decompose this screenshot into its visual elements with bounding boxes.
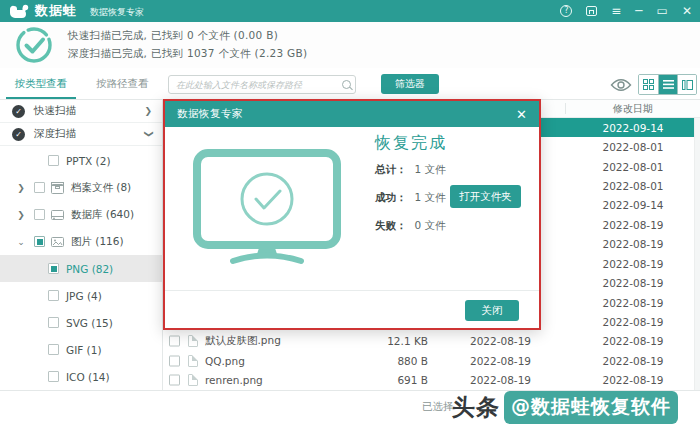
row-checkbox[interactable] — [169, 355, 180, 366]
table-row[interactable]: QQ.png880 B2022-08-192022-08-19 — [163, 351, 700, 370]
stat-value: 1 文件 — [415, 163, 446, 175]
file-date-modified: 2022-08-19 — [593, 355, 673, 367]
file-date-modified: 2022-08-19 — [593, 297, 673, 309]
watermark: 头条 @数据蛙恢复软件 — [452, 391, 678, 424]
stat-label: 成功： — [375, 191, 407, 203]
file-size: 880 B — [303, 355, 428, 367]
file-size: 691 B — [303, 374, 428, 386]
monitor-check-icon — [191, 147, 343, 271]
detail-view-icon[interactable] — [677, 75, 696, 94]
checkbox-empty[interactable] — [34, 209, 45, 220]
file-icon — [188, 335, 198, 347]
file-date-modified: 2022-08-19 — [593, 335, 673, 347]
checkbox-empty[interactable] — [34, 182, 45, 193]
stat-label: 总计： — [375, 163, 407, 175]
chevron-right-icon[interactable]: ❯ — [16, 210, 26, 220]
tree-item-label: GIF (1) — [66, 344, 101, 356]
close-window-icon[interactable]: ✕ — [682, 5, 692, 17]
scan-label: 深度扫描 — [34, 127, 76, 141]
search-input[interactable] — [176, 80, 342, 90]
list-view-icon[interactable] — [658, 75, 677, 94]
archive-icon — [51, 182, 64, 194]
checkbox-empty[interactable] — [48, 344, 59, 355]
dialog-close-button[interactable]: 关闭 — [465, 300, 519, 321]
chevron-down-icon[interactable]: ⌄ — [16, 237, 26, 247]
check-circle-icon: ✓ — [12, 128, 25, 141]
dialog-divider — [165, 290, 539, 291]
checkbox-empty[interactable] — [48, 290, 59, 301]
tree-item-label: PNG (82) — [66, 263, 113, 275]
feedback-icon[interactable] — [586, 6, 597, 16]
help-icon[interactable]: ? — [560, 5, 572, 17]
table-row[interactable]: renren.png691 B2022-08-192022-08-19 — [163, 370, 700, 389]
search-icon[interactable] — [342, 80, 351, 89]
stat-fail: 失败：0 文件 — [375, 219, 446, 233]
checkbox-empty[interactable] — [48, 317, 59, 328]
sidebar-item-quick-scan[interactable]: ✓ 快速扫描 ❯ — [0, 100, 162, 123]
selected-count-label: 已选择 — [422, 400, 454, 414]
filter-button[interactable]: 筛选器 — [381, 74, 439, 94]
file-date-modified: 2022-08-19 — [593, 374, 673, 386]
tab-view-by-type[interactable]: 按类型查看 — [0, 68, 82, 99]
dialog-close-icon[interactable]: ✕ — [516, 108, 527, 121]
dialog-title: 数据恢复专家 — [177, 107, 243, 121]
checkbox-empty[interactable] — [48, 371, 59, 382]
row-checkbox[interactable] — [169, 336, 180, 347]
maximize-icon[interactable]: ▭ — [657, 5, 668, 17]
sidebar-item-deep-scan[interactable]: ✓ 深度扫描 ❮ — [0, 123, 162, 146]
deep-scan-status: 深度扫描已完成, 已找到 1037 个文件 (2.23 GB) — [68, 47, 307, 61]
tree-item-label: SVG (15) — [66, 317, 113, 329]
sidebar-item-ico[interactable]: ICO (14) — [0, 363, 163, 390]
toolbar: 按类型查看 按路径查看 筛选器 — [0, 68, 700, 100]
chevron-down-icon[interactable]: ❮ — [143, 130, 153, 138]
table-row[interactable]: 默认皮肤图.png12.1 KB2022-08-192022-08-19 — [163, 332, 700, 351]
sidebar-tree: PPTX (2)❯档案文件 (8)❯数据库 (640)⌄图片 (116)PNG … — [0, 147, 163, 390]
file-date-modified: 2022-08-19 — [593, 316, 673, 328]
tab-label: 按类型查看 — [15, 77, 68, 91]
checkbox-empty[interactable] — [48, 155, 59, 166]
stat-label: 失败： — [375, 219, 407, 231]
file-date-modified: 2022-08-19 — [593, 219, 673, 231]
database-icon — [51, 209, 64, 221]
tree-item-label: 图片 (116) — [71, 235, 124, 249]
checkbox-checked[interactable] — [48, 263, 59, 274]
dialog-heading: 恢复完成 — [375, 133, 447, 154]
tree-item-label: PPTX (2) — [66, 155, 110, 167]
chevron-right-icon[interactable]: ❯ — [16, 183, 26, 193]
stat-success: 成功：1 文件 — [375, 191, 446, 205]
file-date-modified: 2022-09-14 — [593, 199, 673, 211]
recovery-complete-dialog: 数据恢复专家 ✕ 恢复完成 总计：1 文件 成功：1 文件 失败：0 文件 打开… — [163, 99, 541, 330]
sidebar-item-pptx[interactable]: PPTX (2) — [0, 147, 163, 174]
chevron-right-icon[interactable]: ❯ — [144, 106, 152, 116]
sidebar-item-database[interactable]: ❯数据库 (640) — [0, 201, 163, 228]
titlebar: 数据蛙 数据恢复专家 ? ≡ ─ ▭ ✕ — [0, 0, 700, 22]
scan-label: 快速扫描 — [34, 104, 76, 118]
grid-view-icon[interactable] — [639, 75, 658, 94]
file-date-created: 2022-08-19 — [463, 335, 538, 347]
open-folder-button[interactable]: 打开文件夹 — [450, 185, 521, 208]
dialog-titlebar: 数据恢复专家 ✕ — [165, 101, 539, 127]
row-checkbox[interactable] — [169, 375, 180, 386]
app-subtitle: 数据恢复专家 — [90, 6, 144, 19]
checkbox-partial[interactable] — [34, 236, 45, 247]
frog-logo-icon — [8, 4, 30, 19]
minimize-icon[interactable]: ─ — [635, 5, 642, 17]
sidebar-item-archive[interactable]: ❯档案文件 (8) — [0, 174, 163, 201]
app-logo: 数据蛙 数据恢复专家 — [8, 2, 144, 20]
sidebar: ✓ 快速扫描 ❯ ✓ 深度扫描 ❮ PPTX (2)❯档案文件 (8)❯数据库 … — [0, 100, 163, 390]
preview-eye-icon[interactable] — [610, 77, 632, 96]
sidebar-item-jpg[interactable]: JPG (4) — [0, 282, 163, 309]
file-date-created: 2022-08-19 — [463, 355, 538, 367]
file-date-modified: 2022-08-01 — [593, 141, 673, 153]
sidebar-item-svg[interactable]: SVG (15) — [0, 309, 163, 336]
sidebar-item-gif[interactable]: GIF (1) — [0, 336, 163, 363]
tree-item-label: ICO (14) — [66, 371, 110, 383]
tab-view-by-path[interactable]: 按路径查看 — [82, 68, 164, 99]
sidebar-item-png[interactable]: PNG (82) — [0, 255, 163, 282]
file-date-modified: 2022-08-01 — [593, 180, 673, 192]
sidebar-item-images[interactable]: ⌄图片 (116) — [0, 228, 163, 255]
modified-date-header: 修改日期 — [593, 100, 673, 118]
file-size: 12.1 KB — [303, 335, 428, 347]
vertical-scrollbar[interactable] — [694, 118, 700, 390]
menu-icon[interactable]: ≡ — [611, 5, 621, 17]
